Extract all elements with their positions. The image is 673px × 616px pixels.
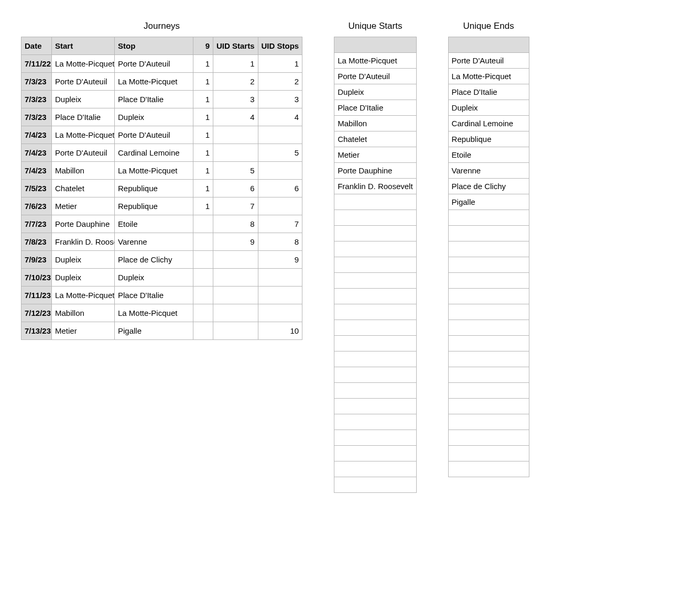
cell-start: Dupleix xyxy=(52,251,115,269)
cell-date: 7/4/23 xyxy=(21,126,52,144)
unique-start-row-empty xyxy=(334,257,416,273)
unique-start-row: Mabillon xyxy=(334,116,416,131)
unique-start-row-empty xyxy=(334,210,416,226)
unique-end-row-empty xyxy=(448,226,529,241)
unique-start-cell-empty xyxy=(334,194,416,210)
cell-uid-stops xyxy=(258,269,302,287)
cell-date: 7/6/23 xyxy=(21,197,52,215)
unique-starts-section: Unique Starts La Motte-PicquetPorte D'Au… xyxy=(334,21,416,493)
cell-stop: Pigalle xyxy=(115,322,193,340)
cell-uid-starts: 3 xyxy=(213,91,258,108)
cell-date: 7/8/23 xyxy=(21,233,52,251)
unique-end-row-empty xyxy=(448,461,529,477)
unique-starts-table: La Motte-PicquetPorte D'AuteuilDupleixPl… xyxy=(334,37,416,493)
journeys-row: 7/11/22La Motte-PicquetPorte D'Auteuil11… xyxy=(21,55,302,73)
cell-stop: Republique xyxy=(115,180,193,197)
journeys-row: 7/4/23La Motte-PicquetPorte D'Auteuil1 xyxy=(21,126,302,144)
cell-start: Dupleix xyxy=(52,269,115,287)
unique-start-cell: Dupleix xyxy=(334,84,416,100)
unique-end-row-empty xyxy=(448,446,529,461)
header-uid-starts: UID Starts xyxy=(213,37,258,55)
unique-start-cell: Porte D'Auteuil xyxy=(334,69,416,84)
unique-start-cell: Metier xyxy=(334,147,416,163)
cell-uid-starts xyxy=(213,269,258,287)
unique-start-row: Porte Dauphine xyxy=(334,163,416,179)
unique-start-cell-empty xyxy=(334,273,416,289)
cell-count: 1 xyxy=(193,197,213,215)
cell-date: 7/11/23 xyxy=(21,287,52,304)
cell-date: 7/12/23 xyxy=(21,304,52,322)
cell-uid-stops: 2 xyxy=(258,73,302,91)
cell-uid-starts: 1 xyxy=(213,55,258,73)
unique-start-cell-empty xyxy=(334,367,416,383)
cell-date: 7/3/23 xyxy=(21,108,52,126)
cell-date: 7/13/23 xyxy=(21,322,52,340)
unique-start-row-empty xyxy=(334,367,416,383)
unique-start-row: Chatelet xyxy=(334,131,416,147)
unique-start-cell-empty xyxy=(334,477,416,493)
header-date: Date xyxy=(21,37,52,55)
cell-start: Franklin D. Roose xyxy=(52,233,115,251)
cell-uid-starts xyxy=(213,304,258,322)
unique-start-cell-empty xyxy=(334,351,416,367)
cell-uid-stops: 5 xyxy=(258,144,302,162)
unique-end-cell: Cardinal Lemoine xyxy=(448,116,529,131)
cell-start: Place D'Italie xyxy=(52,108,115,126)
unique-end-cell: Pigalle xyxy=(448,194,529,210)
unique-end-cell-empty xyxy=(448,241,529,257)
journeys-row: 7/9/23DupleixPlace de Clichy9 xyxy=(21,251,302,269)
unique-start-row-empty xyxy=(334,194,416,210)
cell-count xyxy=(193,304,213,322)
unique-end-cell-empty xyxy=(448,351,529,367)
cell-start: Mabillon xyxy=(52,162,115,180)
journeys-row: 7/7/23Porte DauphineEtoile87 xyxy=(21,215,302,233)
cell-stop: Etoile xyxy=(115,215,193,233)
unique-end-cell: La Motte-Picquet xyxy=(448,69,529,84)
unique-end-row: La Motte-Picquet xyxy=(448,69,529,84)
cell-uid-starts: 2 xyxy=(213,73,258,91)
journeys-row: 7/11/23La Motte-PicquetPlace D'Italie xyxy=(21,287,302,304)
journeys-row: 7/3/23DupleixPlace D'Italie133 xyxy=(21,91,302,108)
cell-start: Metier xyxy=(52,322,115,340)
cell-count: 1 xyxy=(193,126,213,144)
cell-start: Porte D'Auteuil xyxy=(52,144,115,162)
cell-start: Dupleix xyxy=(52,91,115,108)
unique-end-row: Cardinal Lemoine xyxy=(448,116,529,131)
unique-end-row-empty xyxy=(448,430,529,446)
cell-uid-starts xyxy=(213,322,258,340)
unique-end-cell-empty xyxy=(448,367,529,383)
cell-count xyxy=(193,322,213,340)
unique-end-row-empty xyxy=(448,304,529,320)
unique-start-cell-empty xyxy=(334,304,416,320)
unique-start-cell-empty xyxy=(334,226,416,241)
journeys-row: 7/5/23ChateletRepublique166 xyxy=(21,180,302,197)
unique-start-cell-empty xyxy=(334,241,416,257)
cell-count: 1 xyxy=(193,162,213,180)
unique-end-row: Varenne xyxy=(448,163,529,179)
journeys-row: 7/10/23DupleixDupleix xyxy=(21,269,302,287)
cell-count xyxy=(193,287,213,304)
cell-uid-stops xyxy=(258,287,302,304)
cell-stop: La Motte-Picquet xyxy=(115,162,193,180)
cell-count: 1 xyxy=(193,91,213,108)
unique-start-row-empty xyxy=(334,430,416,446)
unique-end-row-empty xyxy=(448,414,529,430)
unique-end-cell-empty xyxy=(448,399,529,414)
journeys-row: 7/12/23MabillonLa Motte-Picquet xyxy=(21,304,302,322)
header-count: 9 xyxy=(193,37,213,55)
unique-end-row: Dupleix xyxy=(448,100,529,116)
unique-start-cell-empty xyxy=(334,446,416,461)
unique-end-row-empty xyxy=(448,320,529,336)
unique-end-cell-empty xyxy=(448,461,529,477)
unique-start-row: Place D'Italie xyxy=(334,100,416,116)
unique-start-cell: Place D'Italie xyxy=(334,100,416,116)
unique-start-row-empty xyxy=(334,351,416,367)
unique-start-cell-empty xyxy=(334,414,416,430)
unique-start-row-empty xyxy=(334,226,416,241)
cell-uid-stops: 3 xyxy=(258,91,302,108)
unique-start-row-empty xyxy=(334,336,416,351)
unique-start-row: Metier xyxy=(334,147,416,163)
cell-uid-starts: 8 xyxy=(213,215,258,233)
cell-uid-starts: 9 xyxy=(213,233,258,251)
unique-start-cell-empty xyxy=(334,289,416,304)
